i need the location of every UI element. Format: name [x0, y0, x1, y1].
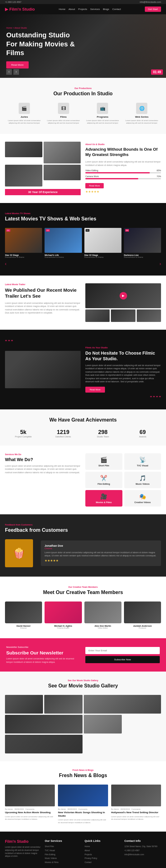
movie-sub-1: Drama/Action & Drama	[5, 256, 42, 258]
footer-service-3[interactable]: Film Editing	[45, 853, 82, 856]
movie-num-3: 03	[86, 229, 90, 231]
ach-clients-number: 1219	[45, 429, 82, 436]
trailer-thumb-1	[85, 309, 110, 322]
newsletter-email-input[interactable]	[85, 647, 160, 654]
webseries-label: Web Series	[123, 116, 160, 118]
movie-num-1: 01	[6, 229, 10, 231]
footer-link-privacy[interactable]: Privacy Policy	[85, 857, 121, 860]
movie-card-3: 03 Star Of Stage Drama/Action & Drama	[84, 228, 121, 258]
team-role-3: Video Editor	[84, 627, 121, 629]
blog-title-3: Hollywood's New Trend Setting Director	[111, 811, 161, 814]
blog-meta-3: By Admin 08/08/2024 Comments	[111, 808, 161, 810]
production-grid: 🎬 Juries Lorem ipsum dolor sit amet cons…	[6, 103, 160, 125]
gallery-item-5[interactable]	[84, 715, 122, 734]
filmic-section: " " " Filmic As Your Studio Do Not Hesit…	[0, 330, 166, 409]
nav-home[interactable]: Home	[59, 8, 65, 10]
ach-awards: 69 Awards	[124, 429, 161, 438]
gallery-item-1[interactable]	[5, 695, 43, 714]
movie-card-4: 04 Darkness Live Drama/Action & Drama	[124, 228, 161, 258]
ach-team-label: Studio Team	[85, 436, 121, 438]
footer-service-5[interactable]: Movies & Films	[45, 861, 82, 864]
movie-num-2: 02	[46, 229, 50, 231]
footer-contact: Contact Info 1234 Street Name, City, Sta…	[124, 839, 161, 865]
play-button[interactable]: ▶	[119, 292, 127, 300]
experience-images	[5, 142, 81, 186]
movies-next-button[interactable]: ›	[160, 261, 161, 266]
blog-card-1: By Admin 08/08/2024 Comments Upcoming Ne…	[5, 784, 55, 824]
trailer-thumb-3	[137, 309, 161, 322]
team-grid: David Hanner Director Michael H. Aglins …	[5, 601, 161, 629]
review-text: Lorem ipsum dolor sit amet consectetur a…	[45, 551, 157, 558]
service-creative-videos[interactable]: 🎭 Creative Videos	[124, 490, 161, 506]
hero-prev-button[interactable]: ‹	[6, 69, 12, 75]
service-music-videos[interactable]: 🎵 Music Videos	[124, 472, 161, 488]
movie-img-3: 03	[84, 228, 121, 253]
achievements-title: We Have Great Achievments	[5, 417, 161, 423]
prod-item-webseries: 🌐 Web Series Lorem ipsum dolor sit amet …	[123, 103, 160, 125]
popcorn-image: 🍿	[5, 539, 33, 567]
experience-read-more-button[interactable]: Read More	[85, 183, 104, 188]
creative-videos-icon: 🎭	[128, 493, 158, 500]
footer-link-projects[interactable]: Projects	[85, 853, 121, 856]
footer-link-home[interactable]: Home	[85, 845, 121, 848]
navbar-cta-button[interactable]: Get Start	[145, 6, 161, 12]
tvc-label: TVC Visual	[128, 465, 158, 467]
gallery-item-6[interactable]	[5, 735, 83, 753]
footer-quick-links: Quick Links Home About Projects Privacy …	[85, 839, 121, 865]
footer-link-contact[interactable]: Contact	[85, 861, 121, 864]
service-film-editing[interactable]: ✂️ Film Editing	[85, 472, 122, 488]
blog-comments-2: Comments	[79, 808, 87, 810]
short-film-label: Short Film	[88, 465, 119, 467]
gallery-row-1	[5, 695, 161, 714]
team-name-3: Alex Don Martin	[84, 625, 121, 627]
nav-projects[interactable]: Projects	[78, 8, 87, 10]
service-tvc[interactable]: 📡 TVC Visual	[124, 453, 161, 470]
blog-meta-1: By Admin 08/08/2024 Comments	[5, 808, 55, 810]
blog-desc-3: Lorem ipsum dolor sit amet consectetur a…	[111, 815, 161, 821]
tvc-icon: 📡	[128, 457, 158, 463]
nav-about[interactable]: About	[68, 8, 75, 10]
trailer-right: ▶	[85, 283, 161, 322]
gallery-item-4[interactable]	[5, 715, 83, 734]
hero-next-button[interactable]: ›	[13, 69, 19, 75]
movies-prev-button[interactable]: ‹	[5, 261, 6, 266]
juries-icon: 🎬	[19, 103, 30, 114]
programs-icon: 📺	[97, 103, 108, 114]
gallery-item-3[interactable]	[84, 695, 161, 714]
team-img-4	[124, 601, 161, 623]
service-short-film[interactable]: 🎬 Short Film	[85, 453, 122, 470]
team-img-2	[45, 601, 82, 623]
movie-card-1: 01 Star Of Stage Drama/Action & Drama	[5, 228, 42, 258]
newsletter-subscribe-button[interactable]: Subscribe Now	[85, 656, 160, 663]
newsletter-right: Subscribe Now	[85, 647, 160, 663]
team-title: Meet Our Creative Team Members	[5, 590, 161, 595]
logo-accent: ▶	[5, 7, 8, 11]
skill-camera-label: Camera Work	[85, 175, 99, 178]
service-movies-films[interactable]: 🎥 Movies & Films	[85, 490, 122, 506]
nav-blogs[interactable]: Blogs	[103, 8, 109, 10]
blog-comments-1: Comments	[25, 808, 34, 810]
blogs-section: Fresh News & Blogs Fresh News & Blogs By…	[0, 761, 166, 832]
team-section: Our Creative Team Members Meet Our Creat…	[0, 577, 166, 638]
filmic-read-more-button[interactable]: Read More	[85, 387, 105, 393]
trailer-thumb-2	[111, 309, 135, 322]
footer-link-about[interactable]: About	[85, 849, 121, 852]
gallery-item-2[interactable]	[44, 695, 82, 714]
feedback-left: 🍿	[5, 539, 36, 567]
ach-awards-label: Awards	[124, 436, 161, 438]
footer-service-1[interactable]: Short Film	[45, 845, 82, 848]
team-role-2: Cinema Expert	[45, 627, 82, 629]
production-badge: Our Productions	[6, 87, 160, 89]
team-role-4: Producer	[124, 627, 161, 629]
blog-desc-1: Lorem ipsum dolor sit amet consectetur a…	[5, 815, 55, 821]
footer-service-2[interactable]: TVC Visual	[45, 849, 82, 852]
hero-read-more-button[interactable]: Read More	[6, 61, 29, 68]
films-label: Films	[46, 116, 82, 118]
footer-service-4[interactable]: Music Videos	[45, 857, 82, 860]
nav-contact[interactable]: Contact	[112, 8, 121, 10]
blog-img-3	[111, 784, 161, 806]
ach-team: 298 Studio Team	[85, 429, 121, 438]
nav-services[interactable]: Services	[90, 8, 100, 10]
skill-video-editing-fill	[85, 172, 150, 174]
blogs-grid: By Admin 08/08/2024 Comments Upcoming Ne…	[5, 784, 161, 824]
